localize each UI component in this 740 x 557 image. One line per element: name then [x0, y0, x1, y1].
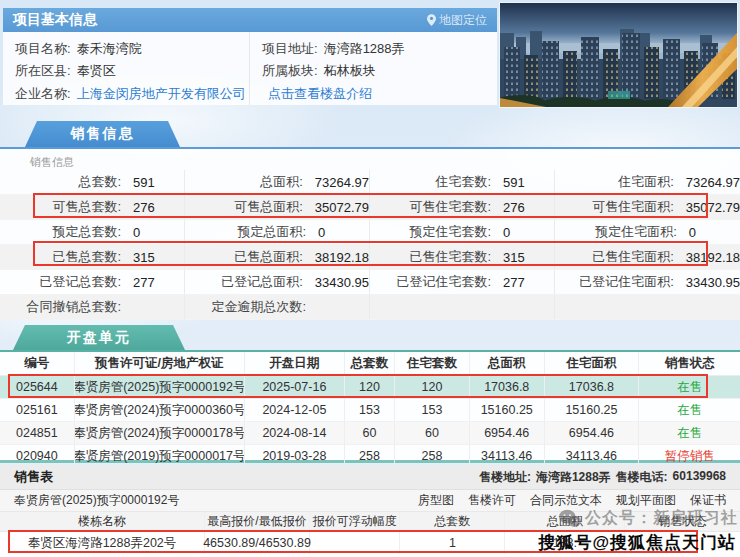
sales-info-row: 合同撤销总套数:定金逾期总次数: — [0, 295, 740, 320]
sales-info-cell-label: 定金逾期总次数: — [185, 298, 310, 316]
tab-sales-info[interactable]: 销售信息 — [25, 121, 180, 147]
sales-info-cell-value: 0 — [681, 225, 696, 240]
sales-status-badge: 在售 — [639, 422, 740, 444]
opening-units-row[interactable]: 025161奉贤房管(2024)预字0000360号2024-12-051531… — [0, 399, 740, 422]
opening-units-cell: 17036.8 — [470, 376, 545, 398]
sales-table-link[interactable]: 保证书 — [690, 492, 726, 509]
sales-table-cell: 46530.89/46530.89 — [205, 532, 310, 554]
project-field: 项目名称:泰禾海湾院 — [15, 39, 249, 59]
opening-units-cell: 2025-07-16 — [245, 376, 345, 398]
wechat-watermark: 公众号：新房研习社 — [559, 508, 738, 529]
opening-units-cell: 2024-08-14 — [245, 422, 345, 444]
sales-info-row: 可售总套数:276可售总面积:35072.79可售住宅套数:276可售住宅面积:… — [0, 195, 740, 220]
sales-info-cell-value: 315 — [495, 250, 525, 265]
opening-units-cell: 024851 — [0, 422, 75, 444]
opening-units-cell: 153 — [345, 399, 395, 421]
sales-info-cell: 已售总面积:38192.18 — [185, 245, 370, 269]
opening-units-cell: 奉贤房管(2024)预字0000360号 — [75, 399, 245, 421]
sales-info-cell: 可售住宅面积:35072.79 — [555, 195, 740, 219]
sales-table-cell: 奉贤区海湾路1288弄202号 — [0, 532, 205, 554]
opening-units-column-header: 总面积 — [470, 352, 545, 375]
sales-info-cell-value: 276 — [125, 200, 155, 215]
project-field-label: 企业名称: — [15, 84, 71, 104]
opening-units-cell: 025161 — [0, 399, 75, 421]
opening-units-column-header: 总套数 — [345, 352, 395, 375]
sohu-watermark: 搜狐号@搜狐焦点天门站 — [538, 531, 736, 554]
sales-table-link[interactable]: 合同示范文本 — [530, 492, 602, 509]
project-field-link[interactable]: 点击查看楼盘介绍 — [268, 84, 372, 104]
sales-phone-label: 售楼电话: — [616, 469, 668, 486]
opening-units-cell: 60 — [395, 422, 470, 444]
sales-address-label: 售楼地址: — [479, 469, 531, 486]
opening-units-cell: 120 — [395, 376, 470, 398]
sales-info-cell: 已登记总面积:33430.95 — [185, 270, 370, 294]
opening-units-cell: 120 — [345, 376, 395, 398]
sales-info-cell-label: 已售住宅套数: — [370, 248, 495, 266]
opening-units-column-header: 住宅面积 — [545, 352, 640, 375]
sales-table-link[interactable]: 规划平面图 — [616, 492, 676, 509]
project-info-header: 项目基本信息 地图定位 — [3, 8, 497, 32]
sales-info-cell: 可售总面积:35072.79 — [185, 195, 370, 219]
sales-info-cell: 可售住宅套数:276 — [370, 195, 555, 219]
sales-info-cell-label: 已登记总面积: — [185, 273, 307, 291]
sales-info-cell-label: 可售总套数: — [0, 198, 125, 216]
sales-info-cell-value: 35072.79 — [678, 200, 740, 215]
opening-units-cell: 2024-12-05 — [245, 399, 345, 421]
sales-table-link[interactable]: 房型图 — [418, 492, 454, 509]
sales-info-cell-value: 276 — [495, 200, 525, 215]
sales-table-column-header: 报价可浮动幅度 — [310, 512, 400, 531]
sales-info-cell-value: 73264.97 — [678, 175, 740, 190]
sales-info-cell-label: 已登记总套数: — [0, 273, 125, 291]
project-field: 点击查看楼盘介绍 — [262, 84, 497, 104]
map-locate-link[interactable]: 地图定位 — [427, 12, 487, 29]
sales-info-cell: 预定总套数:0 — [0, 220, 185, 244]
project-field: 所在区县:奉贤区 — [15, 61, 249, 81]
project-field: 所属板块:柘林板块 — [262, 61, 497, 81]
sales-table-header-bar: 销售表 售楼地址: 海湾路1288弄 售楼电话: 60139968 — [0, 465, 740, 490]
opening-units-cell: 258 — [395, 445, 470, 467]
sales-info-cell — [370, 295, 555, 319]
sales-table-column-header: 最高报价/最低报价 — [205, 512, 310, 531]
sales-info-cell-value: 591 — [495, 175, 525, 190]
project-field-label: 所在区县: — [15, 61, 71, 81]
sales-info-cell-label: 总面积: — [185, 173, 307, 191]
sales-info-cell-label: 预定住宅面积: — [555, 223, 681, 241]
sales-table-column-header: 楼栋名称 — [0, 512, 205, 531]
project-field-link[interactable]: 上海金闵房地产开发有限公司 — [77, 84, 246, 104]
sales-info-cell — [555, 295, 740, 319]
map-pin-icon — [427, 14, 436, 26]
sales-info-cell-label: 总套数: — [0, 173, 125, 191]
opening-units-cell: 17036.8 — [545, 376, 640, 398]
sales-status-badge: 在售 — [639, 376, 740, 398]
sales-info-panel-label: 销售信息 — [30, 155, 74, 170]
opening-units-row[interactable]: 024851奉贤房管(2024)预字0000178号2024-08-146060… — [0, 422, 740, 445]
project-info-left-column: 项目名称:泰禾海湾院所在区县:奉贤区企业名称:上海金闵房地产开发有限公司 — [3, 32, 250, 105]
opening-units-row[interactable]: 025644奉贤房管(2025)预字0000192号2025-07-161201… — [0, 376, 740, 399]
sales-info-row: 总套数:591总面积:73264.97住宅套数:591住宅面积:73264.97 — [0, 170, 740, 195]
sales-info-cell-label: 已登记住宅面积: — [555, 273, 678, 291]
sales-table-link[interactable]: 售楼许可 — [468, 492, 516, 509]
sales-info-cell-value: 591 — [125, 175, 155, 190]
sales-info-cell-label: 住宅面积: — [555, 173, 678, 191]
opening-units-panel: 编号预售许可证/房地产权证开盘日期总套数住宅套数总面积住宅面积销售状态 0256… — [0, 350, 740, 463]
project-field: 项目地址:海湾路1288弄 — [262, 39, 497, 59]
map-locate-label: 地图定位 — [439, 12, 487, 29]
cityscape-image — [500, 3, 737, 107]
sales-table-column-header: 总套数 — [400, 512, 505, 531]
sales-info-row: 已登记总套数:277已登记总面积:33430.95已登记住宅套数:277已登记住… — [0, 270, 740, 295]
wechat-watermark-text: 公众号：新房研习社 — [585, 508, 738, 529]
sales-info-cell-value: 315 — [125, 250, 155, 265]
sales-info-cell: 合同撤销总套数: — [0, 295, 185, 319]
tab-opening-units[interactable]: 开盘单元 — [13, 325, 185, 350]
opening-units-cell: 2019-03-28 — [245, 445, 345, 467]
sales-info-cell-label: 住宅套数: — [370, 173, 495, 191]
opening-units-cell: 34113.46 — [545, 445, 640, 467]
opening-units-cell: 258 — [345, 445, 395, 467]
sales-info-cell: 已售总套数:315 — [0, 245, 185, 269]
sales-info-cell: 已登记住宅套数:277 — [370, 270, 555, 294]
project-field-label: 项目名称: — [15, 39, 71, 59]
sales-info-cell: 总套数:591 — [0, 170, 185, 194]
opening-units-column-header: 开盘日期 — [245, 352, 345, 375]
sales-status-badge: 暂停销售 — [639, 445, 740, 467]
opening-units-header-row: 编号预售许可证/房地产权证开盘日期总套数住宅套数总面积住宅面积销售状态 — [0, 352, 740, 376]
